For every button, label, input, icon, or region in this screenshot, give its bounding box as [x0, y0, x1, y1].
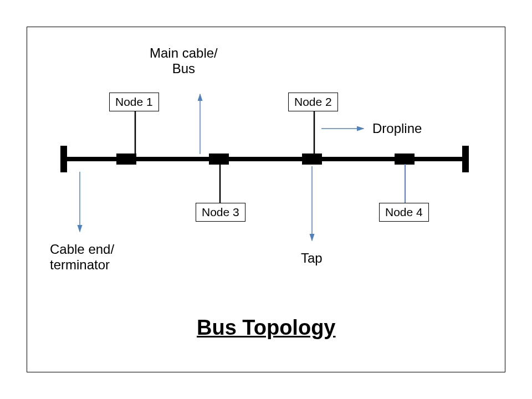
tap-4: [395, 154, 415, 165]
node-4-box: Node 4: [379, 203, 429, 222]
terminator-left: [60, 146, 67, 172]
label-main-cable-line2: Bus: [150, 61, 218, 76]
tap-1: [116, 154, 136, 165]
node-3-box: Node 3: [196, 203, 245, 222]
tap-3: [302, 154, 322, 165]
label-main-cable: Main cable/ Bus: [150, 45, 218, 76]
label-cable-end-line2: terminator: [50, 257, 110, 272]
label-tap: Tap: [301, 250, 323, 266]
label-cable-end: Cable end/ terminator: [50, 242, 114, 272]
label-cable-end-line1: Cable end/: [50, 242, 114, 257]
label-main-cable-line1: Main cable/: [150, 45, 218, 60]
diagram-title: Bus Topology: [197, 316, 336, 340]
terminator-right: [462, 146, 469, 172]
node-2-box: Node 2: [288, 93, 338, 111]
node-1-box: Node 1: [109, 93, 159, 111]
tap-2: [209, 154, 229, 165]
label-dropline: Dropline: [372, 121, 422, 136]
